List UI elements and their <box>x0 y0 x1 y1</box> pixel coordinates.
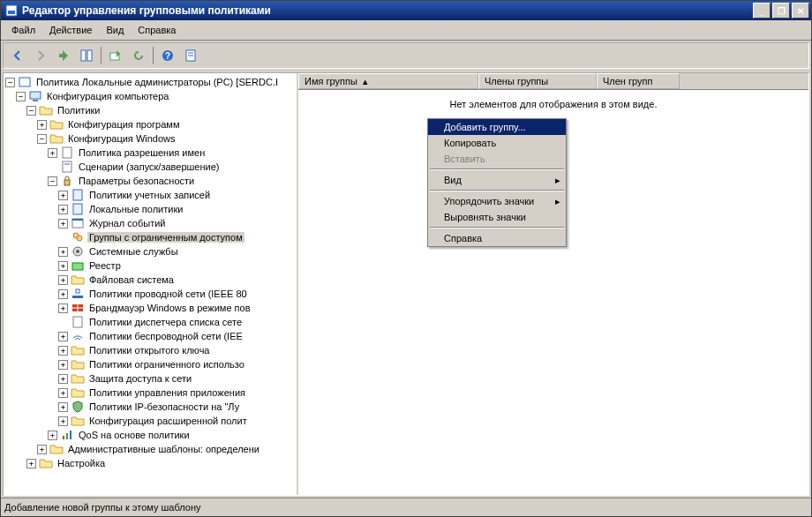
svg-rect-1 <box>8 11 15 14</box>
tree-policies[interactable]: −Политики <box>5 103 295 117</box>
tree-ipsec[interactable]: +Политики IP-безопасности на "Лу <box>5 400 295 414</box>
tree-public-key[interactable]: +Политики открытого ключа <box>5 343 295 357</box>
tree-restricted-groups[interactable]: Группы с ограниченным доступом <box>5 230 295 244</box>
back-button[interactable] <box>7 45 28 66</box>
list-body[interactable]: Нет элементов для отображения в этом вид… <box>298 90 808 495</box>
up-button[interactable] <box>53 45 74 66</box>
toolbar: ? <box>3 42 809 69</box>
ctx-add-group[interactable]: Добавить группу... <box>428 119 566 135</box>
status-text: Добавление новой группы к этому шаблону <box>4 502 201 513</box>
tree-firewall[interactable]: +Брандмауэр Windows в режиме пов <box>5 301 295 315</box>
menu-view[interactable]: Вид <box>99 23 131 37</box>
forward-button[interactable] <box>30 45 51 66</box>
tree-root[interactable]: −Политика Локальные администраторы (PC) … <box>5 75 295 89</box>
svg-rect-11 <box>30 92 41 99</box>
tree-advanced-audit[interactable]: +Конфигурация расширенной полит <box>5 414 295 428</box>
list-header: Имя группы ▴ Члены группы Член групп <box>298 73 808 90</box>
tree-security-settings[interactable]: −Параметры безопасности <box>5 174 295 188</box>
tree-program-config[interactable]: +Конфигурация программ <box>5 117 295 131</box>
svg-rect-31 <box>73 317 82 327</box>
policy-icon <box>18 75 32 89</box>
svg-point-22 <box>77 236 82 241</box>
ctx-help[interactable]: Справка <box>428 230 566 246</box>
tree-system-services[interactable]: +Системные службы <box>5 244 295 258</box>
tree-nap[interactable]: +Защита доступа к сети <box>5 371 295 386</box>
column-member-of[interactable]: Член групп <box>597 73 680 89</box>
svg-rect-26 <box>72 296 83 298</box>
tree-event-log[interactable]: +Журнал событий <box>5 216 295 230</box>
tree-software-restrict[interactable]: +Политики ограниченного использо <box>5 357 295 371</box>
menu-bar: Файл Действие Вид Справка <box>1 20 811 41</box>
column-members[interactable]: Члены группы <box>478 73 597 89</box>
tree-admin-templates[interactable]: +Административные шаблоны: определени <box>5 442 295 456</box>
ctx-paste: Вставить <box>428 151 566 167</box>
menu-file[interactable]: Файл <box>4 23 42 37</box>
show-hide-button[interactable] <box>76 45 97 66</box>
tree-wired-policies[interactable]: +Политики проводной сети (IEEE 80 <box>5 287 295 301</box>
title-bar[interactable]: Редактор управления групповыми политикам… <box>1 1 811 20</box>
tree-name-resolution[interactable]: +Политика разрешения имен <box>5 146 295 160</box>
folder-icon <box>39 456 53 470</box>
ctx-align-icons[interactable]: Выровнять значки <box>428 209 566 225</box>
tree-pane[interactable]: −Политика Локальные администраторы (PC) … <box>4 73 298 495</box>
groups-icon <box>71 230 85 244</box>
tree-settings[interactable]: +Настройка <box>5 456 295 470</box>
policy-item-icon <box>60 146 74 160</box>
policy-item-icon <box>71 202 85 216</box>
folder-icon <box>71 386 85 400</box>
wireless-icon <box>71 329 85 343</box>
folder-icon <box>71 343 85 357</box>
minimize-button[interactable]: _ <box>753 3 771 19</box>
restore-button[interactable]: ❐ <box>772 3 790 19</box>
empty-list-message: Нет элементов для отображения в этом вид… <box>298 90 808 109</box>
tree-account-policies[interactable]: +Политики учетных записей <box>5 188 295 202</box>
ctx-view[interactable]: Вид▸ <box>428 172 566 188</box>
svg-rect-33 <box>66 433 68 439</box>
status-bar: Добавление новой группы к этому шаблону <box>1 498 811 516</box>
submenu-arrow-icon: ▸ <box>555 196 560 207</box>
content-area: −Политика Локальные администраторы (PC) … <box>3 72 809 496</box>
svg-rect-16 <box>64 180 70 185</box>
window-title: Редактор управления групповыми политикам… <box>22 4 271 17</box>
refresh-button[interactable] <box>128 45 149 66</box>
eventlog-icon <box>71 216 85 230</box>
svg-point-24 <box>76 250 79 253</box>
menu-help[interactable]: Справка <box>131 23 183 37</box>
tree-local-policies[interactable]: +Локальные политики <box>5 202 295 216</box>
close-button[interactable]: ✕ <box>792 3 809 19</box>
svg-rect-20 <box>72 219 83 221</box>
svg-text:?: ? <box>165 51 170 61</box>
ctx-arrange-icons[interactable]: Упорядочить значки▸ <box>428 193 566 209</box>
svg-rect-2 <box>81 50 86 61</box>
help-button[interactable]: ? <box>157 45 178 66</box>
tree-registry[interactable]: +Реестр <box>5 258 295 273</box>
column-group-name[interactable]: Имя группы ▴ <box>298 73 478 89</box>
tree-computer-config[interactable]: −Конфигурация компьютера <box>5 89 295 103</box>
mmc-window: Редактор управления групповыми политикам… <box>0 0 812 517</box>
svg-rect-14 <box>63 161 71 172</box>
export-button[interactable] <box>105 45 126 66</box>
svg-rect-27 <box>76 289 79 293</box>
context-menu: Добавить группу... Копировать Вставить В… <box>427 118 567 247</box>
ctx-separator <box>430 227 564 229</box>
tree-windows-config[interactable]: −Конфигурация Windows <box>5 131 295 146</box>
tree-network-list[interactable]: Политики диспетчера списка сете <box>5 315 295 329</box>
tree-scripts[interactable]: Сценарии (запуск/завершение) <box>5 160 295 174</box>
sort-arrow-icon: ▴ <box>363 76 368 87</box>
folder-icon <box>49 117 64 131</box>
security-icon <box>60 174 74 188</box>
tree-file-system[interactable]: +Файловая система <box>5 273 295 287</box>
network-list-icon <box>71 315 85 329</box>
tree-qos[interactable]: +QoS на основе политики <box>5 428 295 442</box>
tree-wireless[interactable]: +Политики беспроводной сети (IEE <box>5 329 295 343</box>
folder-icon <box>49 442 64 456</box>
ctx-separator <box>430 169 564 170</box>
tree-appctrl[interactable]: +Политики управления приложения <box>5 386 295 400</box>
list-pane[interactable]: Имя группы ▴ Члены группы Член групп Нет… <box>298 73 808 495</box>
services-icon <box>71 244 85 258</box>
ctx-copy[interactable]: Копировать <box>428 135 566 151</box>
ipsec-icon <box>71 400 85 414</box>
menu-action[interactable]: Действие <box>42 23 99 37</box>
properties-button[interactable] <box>180 45 201 66</box>
folder-open-icon <box>49 131 64 146</box>
